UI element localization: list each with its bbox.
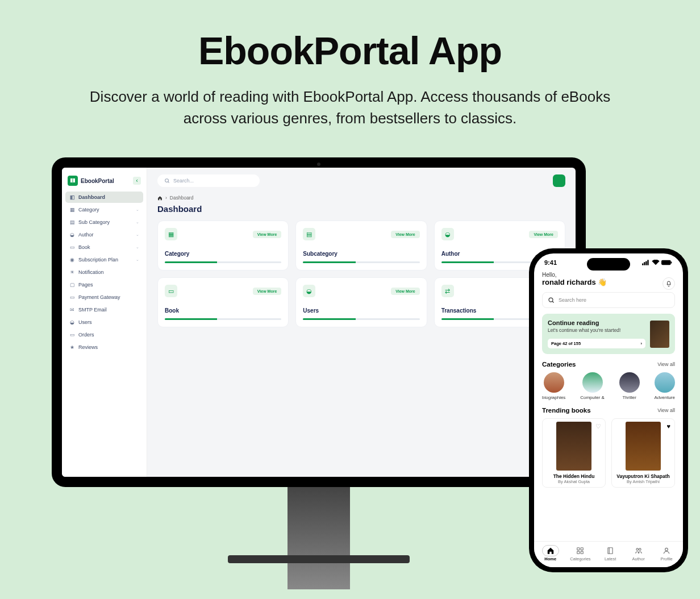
notification-bell-icon[interactable] <box>663 277 675 290</box>
trending-heading: Trending books <box>542 407 591 414</box>
hero-title: EbookPortal App <box>34 28 666 73</box>
nav-icon: ☀ <box>69 269 75 275</box>
category-computer-[interactable]: Computer & <box>580 372 605 400</box>
sidebar-item-label: Users <box>78 319 92 325</box>
sidebar-item-label: Category <box>78 207 99 213</box>
card-icon: ⇄ <box>441 285 454 297</box>
nav-icon: ▭ <box>69 244 75 250</box>
nav-profile[interactable]: Profile <box>658 545 675 561</box>
category-label: Thriller <box>619 395 640 400</box>
nav-latest[interactable]: Latest <box>602 545 619 561</box>
sidebar-item-smtp-email[interactable]: ✉SMTP Email <box>65 304 143 315</box>
heart-icon[interactable]: ♡ <box>595 423 601 430</box>
svg-point-14 <box>639 548 641 551</box>
nav-icon: ★ <box>69 344 75 350</box>
svg-rect-3 <box>645 261 647 265</box>
status-time: 9:41 <box>544 259 557 266</box>
phone-frame: 9:41 Hello, ronald richards👋 Search her <box>529 248 688 572</box>
card-icon: ◒ <box>303 285 315 297</box>
nav-author[interactable]: Author <box>630 545 647 561</box>
card-users: ◒View MoreUsers <box>295 277 427 327</box>
continue-reading-card[interactable]: Continue reading Let's continue what you… <box>542 314 675 354</box>
svg-point-15 <box>665 548 668 551</box>
hero-subtitle: Discover a world of reading with EbookPo… <box>89 86 611 129</box>
search-input[interactable]: Search... <box>157 174 260 187</box>
chevron-right-icon: › <box>641 341 643 346</box>
nav-icon: ▢ <box>69 282 75 288</box>
categories-viewall[interactable]: View all <box>657 361 675 367</box>
category-adventure[interactable]: Adventure <box>655 372 675 400</box>
nav-icon <box>602 545 619 556</box>
sidebar-item-pages[interactable]: ▢Pages <box>65 279 143 290</box>
sidebar-item-payment-gateway[interactable]: ▭Payment Gateway <box>65 292 143 303</box>
nav-icon: ◒ <box>69 319 75 325</box>
card-icon: ◒ <box>441 228 454 240</box>
sidebar-item-book[interactable]: ▭Book⌄ <box>65 242 143 253</box>
nav-icon <box>630 545 647 556</box>
svg-rect-8 <box>577 548 580 550</box>
book-cover <box>626 422 661 471</box>
view-more-button[interactable]: View More <box>253 231 282 238</box>
home-icon <box>157 195 163 201</box>
sidebar-item-dashboard[interactable]: ◧Dashboard <box>65 192 143 203</box>
view-more-button[interactable]: View More <box>529 231 558 238</box>
sidebar-item-label: Author <box>78 232 94 238</box>
book-card[interactable]: ♥Vayuputron Ki ShapathBy Amish Tripathi <box>611 418 675 488</box>
view-more-button[interactable]: View More <box>391 288 420 295</box>
sidebar-item-subscription-plan[interactable]: ◉Subscription Plan⌄ <box>65 254 143 265</box>
heart-icon[interactable]: ♥ <box>666 423 670 430</box>
card-icon: ▭ <box>165 285 177 297</box>
nav-categories[interactable]: Categories <box>570 545 590 561</box>
avatar[interactable] <box>553 174 565 187</box>
sidebar-collapse-icon[interactable] <box>133 177 141 185</box>
search-placeholder: Search... <box>173 178 194 184</box>
nav-icon: ◒ <box>69 232 75 238</box>
sidebar-item-users[interactable]: ◒Users <box>65 317 143 328</box>
categories-heading: Categories <box>542 361 576 368</box>
nav-icon: ▭ <box>69 294 75 300</box>
status-icons <box>642 259 673 266</box>
view-more-button[interactable]: View More <box>391 231 420 238</box>
sidebar-item-label: Orders <box>78 332 94 338</box>
sidebar-item-label: Sub Category <box>78 219 110 225</box>
category-image <box>619 372 640 393</box>
sidebar-item-label: Book <box>78 244 90 250</box>
svg-point-7 <box>549 298 553 302</box>
svg-rect-2 <box>644 263 645 265</box>
category-thriller[interactable]: Thriller <box>619 372 640 400</box>
trending-viewall[interactable]: View all <box>657 407 675 413</box>
nav-label: Author <box>630 556 647 561</box>
chevron-down-icon: ⌄ <box>136 220 139 224</box>
sidebar-item-orders[interactable]: ▭Orders <box>65 329 143 340</box>
svg-rect-11 <box>581 552 584 554</box>
nav-label: Categories <box>570 556 590 561</box>
sidebar-item-label: Payment Gateway <box>78 294 120 300</box>
sidebar-item-author[interactable]: ◒Author⌄ <box>65 229 143 240</box>
category-label: biographies <box>542 395 565 400</box>
sidebar-item-label: Pages <box>78 282 93 288</box>
view-more-button[interactable]: View More <box>253 288 282 295</box>
brand-name: EbookPortal <box>81 178 114 184</box>
nav-home[interactable]: Home <box>542 545 559 561</box>
monitor-frame: EbookPortal ◧Dashboard▦Category⌄▤Sub Cat… <box>52 157 586 487</box>
sidebar-item-category[interactable]: ▦Category⌄ <box>65 204 143 215</box>
phone-search-input[interactable]: Search here <box>542 292 675 308</box>
book-author: By Akshat Gupta <box>545 479 602 484</box>
svg-rect-10 <box>577 552 580 554</box>
nav-icon: ✉ <box>69 307 75 313</box>
chevron-down-icon: ⌄ <box>136 257 139 262</box>
book-card[interactable]: ♡The Hidden HinduBy Akshat Gupta <box>542 418 606 488</box>
greeting: Hello, <box>542 272 675 278</box>
card-category: ▦View MoreCategory <box>157 221 289 271</box>
continue-cover <box>650 321 669 348</box>
category-biographies[interactable]: biographies <box>542 372 565 400</box>
sidebar-item-notification[interactable]: ☀Notification <box>65 267 143 278</box>
category-image <box>655 372 675 393</box>
sidebar-item-reviews[interactable]: ★Reviews <box>65 342 143 353</box>
svg-rect-1 <box>642 264 643 265</box>
sidebar-item-label: Dashboard <box>78 194 105 200</box>
nav-label: Home <box>542 556 559 561</box>
nav-label: Profile <box>658 556 675 561</box>
book-author: By Amish Tripathi <box>615 479 672 484</box>
sidebar-item-sub-category[interactable]: ▤Sub Category⌄ <box>65 217 143 228</box>
